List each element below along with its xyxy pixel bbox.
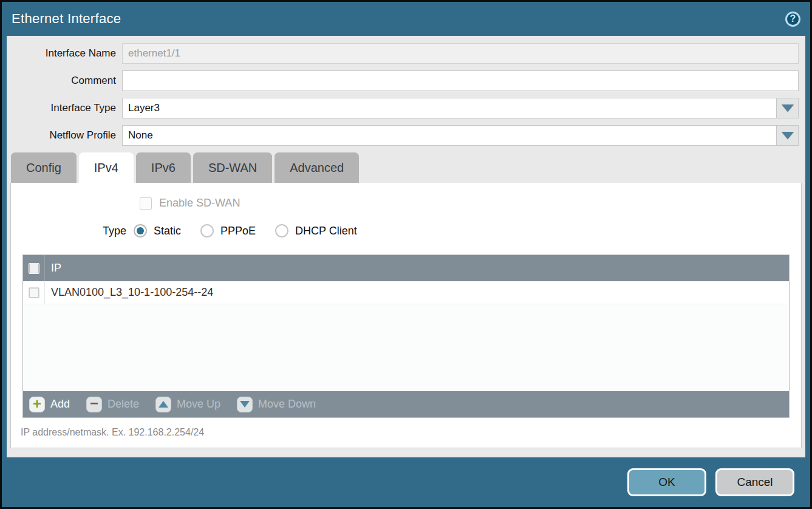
delete-button-label: Delete bbox=[107, 398, 139, 411]
netflow-profile-label: Netflow Profile bbox=[7, 129, 122, 142]
chevron-down-icon bbox=[782, 132, 794, 139]
delete-button[interactable]: − Delete bbox=[86, 397, 139, 412]
row-checkbox[interactable] bbox=[29, 287, 39, 298]
form-row-interface-name: Interface Name bbox=[7, 43, 805, 64]
dialog-content: Interface Name Comment Interface Type bbox=[7, 36, 805, 457]
arrow-up-icon bbox=[155, 397, 171, 412]
enable-sdwan-label: Enable SD-WAN bbox=[159, 197, 240, 210]
enable-sdwan-row: Enable SD-WAN bbox=[11, 183, 801, 210]
ipv4-tab-panel: Enable SD-WAN Type Static PPPoE DHCP C bbox=[10, 183, 802, 448]
ip-table: IP VLAN0100_L3_10-1-100-254--24 + Add bbox=[22, 254, 790, 418]
ok-button[interactable]: OK bbox=[627, 468, 706, 496]
add-button-label: Add bbox=[50, 398, 70, 411]
add-button[interactable]: + Add bbox=[29, 397, 70, 412]
help-icon[interactable]: ? bbox=[785, 12, 800, 27]
tab-sdwan[interactable]: SD-WAN bbox=[193, 152, 272, 183]
radio-static-label: Static bbox=[154, 225, 181, 237]
form-row-comment: Comment bbox=[7, 70, 805, 91]
ip-format-hint: IP address/netmask. Ex. 192.168.2.254/24 bbox=[21, 427, 801, 438]
chevron-down-icon bbox=[782, 104, 794, 112]
type-row: Type Static PPPoE DHCP Client bbox=[11, 224, 801, 237]
radio-static[interactable] bbox=[134, 224, 147, 237]
ip-table-header: IP bbox=[23, 255, 789, 281]
tab-ipv6[interactable]: IPv6 bbox=[136, 152, 191, 183]
interface-type-label: Interface Type bbox=[7, 102, 122, 114]
tab-bar: Config IPv4 IPv6 SD-WAN Advanced bbox=[11, 152, 805, 183]
type-label: Type bbox=[11, 225, 126, 237]
interface-name-field bbox=[122, 43, 799, 64]
tab-advanced[interactable]: Advanced bbox=[275, 152, 359, 183]
dialog-title: Ethernet Interface bbox=[12, 11, 121, 27]
arrow-down-icon bbox=[237, 397, 253, 412]
ip-table-toolbar: + Add − Delete Move Up Move Down bbox=[23, 391, 789, 417]
cancel-button[interactable]: Cancel bbox=[715, 468, 794, 496]
table-row[interactable]: VLAN0100_L3_10-1-100-254--24 bbox=[23, 281, 789, 304]
interface-type-field[interactable] bbox=[122, 98, 777, 118]
comment-label: Comment bbox=[7, 75, 122, 87]
radio-dhcp-client[interactable] bbox=[275, 224, 288, 237]
add-plus-icon: + bbox=[29, 397, 45, 412]
ethernet-interface-dialog: Ethernet Interface ? Interface Name Comm… bbox=[0, 0, 812, 509]
ip-row-value[interactable]: VLAN0100_L3_10-1-100-254--24 bbox=[45, 286, 213, 299]
radio-option-static[interactable]: Static bbox=[134, 224, 181, 237]
tab-ipv4[interactable]: IPv4 bbox=[79, 152, 134, 183]
ip-column-header[interactable]: IP bbox=[45, 262, 61, 275]
dialog-titlebar: Ethernet Interface ? bbox=[2, 2, 810, 36]
radio-pppoe[interactable] bbox=[200, 224, 214, 237]
radio-option-pppoe[interactable]: PPPoE bbox=[200, 224, 256, 237]
interface-name-label: Interface Name bbox=[7, 47, 122, 60]
move-down-button[interactable]: Move Down bbox=[237, 397, 316, 412]
netflow-profile-dropdown-button[interactable] bbox=[777, 125, 799, 146]
enable-sdwan-checkbox[interactable] bbox=[140, 197, 152, 210]
ip-table-body: VLAN0100_L3_10-1-100-254--24 bbox=[23, 281, 789, 391]
delete-minus-icon: − bbox=[86, 397, 102, 412]
comment-field[interactable] bbox=[122, 70, 799, 91]
radio-pppoe-label: PPPoE bbox=[220, 225, 256, 237]
type-radio-group: Static PPPoE DHCP Client bbox=[134, 224, 377, 237]
dialog-footer: OK Cancel bbox=[2, 457, 810, 507]
interface-type-dropdown-button[interactable] bbox=[777, 98, 799, 118]
tab-config[interactable]: Config bbox=[11, 152, 77, 183]
form-row-interface-type: Interface Type bbox=[7, 98, 805, 118]
netflow-profile-field[interactable] bbox=[122, 125, 777, 146]
move-up-button-label: Move Up bbox=[177, 398, 220, 411]
form-row-netflow-profile: Netflow Profile bbox=[7, 125, 805, 146]
move-down-button-label: Move Down bbox=[258, 398, 316, 411]
select-all-checkbox[interactable] bbox=[29, 263, 39, 274]
radio-option-dhcp-client[interactable]: DHCP Client bbox=[275, 224, 357, 237]
radio-dhcp-client-label: DHCP Client bbox=[295, 225, 357, 237]
move-up-button[interactable]: Move Up bbox=[155, 397, 220, 412]
